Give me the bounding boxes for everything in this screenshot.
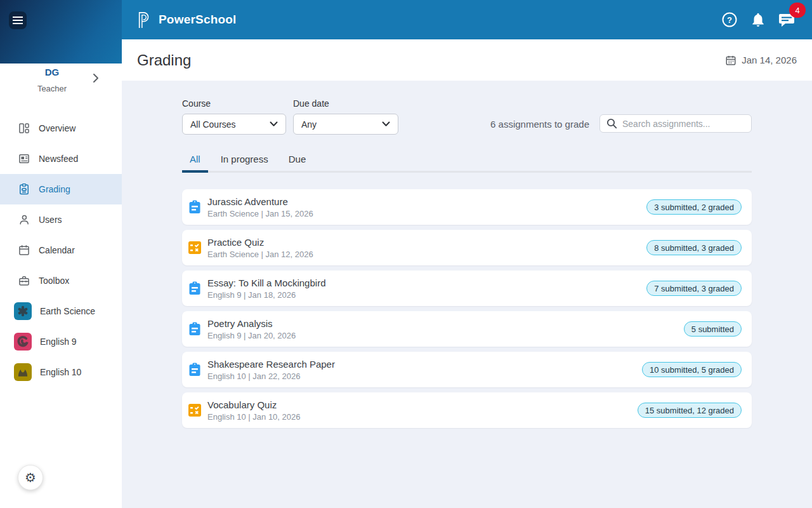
svg-text:?: ? [727,15,732,25]
assignment-title: Vocabulary Quiz [207,399,301,410]
page-header: Grading Jan 14, 2026 [122,39,812,81]
assignment-meta: Earth Science | Jan 15, 2026 [207,209,313,218]
date-text: Jan 14, 2026 [742,55,797,65]
top-bar: PowerSchool ? 4 [122,0,812,39]
course-label: English 9 [40,337,77,347]
due-date-filter: Due date Any [293,98,398,135]
due-date-filter-select[interactable]: Any [293,114,398,135]
assignment-title: Shakespeare Research Paper [207,359,335,370]
calendar-date-icon [725,55,737,66]
search-input[interactable] [622,119,745,129]
chevron-down-icon [382,121,390,127]
sidebar-nav: Overview Newsfeed Grading [0,113,122,296]
sidebar-item-label: Overview [39,123,75,133]
asterisk-flower-icon [16,304,30,318]
messages-icon[interactable]: 4 [778,11,796,29]
assignment-type-icon [188,281,202,295]
overview-icon [18,122,30,135]
sidebar-item-earth-science[interactable]: Earth Science [0,296,122,326]
main-content: Course All Courses Due date Any 6 assig [122,81,812,508]
english-9-thumbnail [14,333,32,351]
course-label: Earth Science [40,306,95,316]
assignment-type-icon [188,322,202,336]
course-filter-select[interactable]: All Courses [182,114,286,135]
sidebar-item-grading[interactable]: Grading [0,174,122,204]
assignment-icon [188,322,201,336]
help-icon[interactable]: ? [721,11,738,29]
assignment-row[interactable]: Essay: To Kill a Mockingbird English 9 |… [182,271,752,306]
assignment-title: Practice Quiz [207,237,313,248]
tab-in-progress[interactable]: In progress [213,154,276,171]
sidebar-item-english-10[interactable]: English 10 [0,357,122,387]
bell-icon[interactable] [749,11,767,29]
hamburger-menu-button[interactable] [9,11,27,29]
quiz-icon [188,404,201,417]
submission-badge: 3 submitted, 2 graded [646,199,742,215]
settings-gear-icon: ⚙ [25,470,36,485]
course-filter-value: All Courses [190,119,236,130]
assignment-row[interactable]: Jurassic Adventure Earth Science | Jan 1… [182,189,752,225]
due-date-filter-value: Any [301,119,317,130]
submission-badge: 7 submitted, 3 graded [646,281,742,296]
submission-badge: 15 submitted, 12 graded [638,403,742,418]
sidebar-item-calendar[interactable]: Calendar [0,235,122,265]
sidebar-item-newsfeed[interactable]: Newsfeed [0,144,122,174]
assignment-row[interactable]: Shakespeare Research Paper English 10 | … [182,352,752,387]
course-filter: Course All Courses [182,98,286,135]
tab-all[interactable]: All [182,154,208,173]
assignment-type-icon [188,241,202,254]
chevron-right-icon [93,73,99,83]
toolbox-icon [18,274,30,287]
user-profile[interactable]: DG Teacher [0,64,122,92]
submission-badge: 8 submitted, 3 graded [646,240,742,255]
due-date-filter-label: Due date [293,98,398,109]
earth-science-thumbnail [14,302,32,320]
page-title: Grading [137,51,191,69]
tab-due[interactable]: Due [281,154,314,171]
tulip-icon [15,364,30,380]
grading-icon [18,183,30,196]
assignment-row[interactable]: Poetry Analysis English 9 | Jan 20, 2026… [182,311,752,347]
sidebar-header [0,0,122,64]
search-box[interactable] [599,114,752,133]
course-label: English 10 [40,367,81,377]
settings-button[interactable]: ⚙ [18,465,43,490]
course-filter-label: Course [182,98,286,109]
quiz-icon [188,241,201,254]
sidebar: DG Teacher Overview Newsfeed [0,0,122,508]
assignment-meta: English 10 | Jan 22, 2026 [207,371,335,381]
assignment-type-icon [188,363,202,377]
assignment-meta: English 9 | Jan 18, 2026 [207,290,325,300]
assignment-icon [188,363,201,377]
assignments-count-text: 6 assignments to grade [490,119,589,130]
sidebar-item-english-9[interactable]: English 9 [0,326,122,357]
spiral-icon [15,334,30,349]
sidebar-item-toolbox[interactable]: Toolbox [0,265,122,296]
user-initials: DG [0,67,104,77]
assignment-title: Poetry Analysis [207,318,296,329]
brand-name: PowerSchool [159,13,237,27]
sidebar-item-users[interactable]: Users [0,204,122,235]
assignment-title: Jurassic Adventure [207,196,313,207]
submission-badge: 10 submitted, 5 graded [642,362,742,377]
sidebar-item-overview[interactable]: Overview [0,113,122,144]
chevron-down-icon [270,121,278,127]
assignment-icon [188,200,201,214]
sidebar-item-label: Grading [39,184,70,194]
users-icon [18,213,30,226]
calendar-icon [18,244,30,257]
submission-badge: 5 submitted [684,321,742,337]
assignment-meta: Earth Science | Jan 12, 2026 [207,250,313,259]
assignment-row[interactable]: Practice Quiz Earth Science | Jan 12, 20… [182,230,752,265]
current-date: Jan 14, 2026 [725,55,797,66]
assignment-meta: English 9 | Jan 20, 2026 [207,331,296,340]
user-role: Teacher [0,84,104,93]
assignment-list: Jurassic Adventure Earth Science | Jan 1… [182,189,752,428]
assignment-icon [188,281,201,295]
assignment-row[interactable]: Vocabulary Quiz English 10 | Jan 10, 202… [182,392,752,428]
sidebar-item-label: Users [39,215,62,225]
assignment-type-icon [188,404,202,417]
hamburger-icon [13,17,23,24]
search-icon [606,118,617,129]
assignment-type-icon [188,200,202,214]
